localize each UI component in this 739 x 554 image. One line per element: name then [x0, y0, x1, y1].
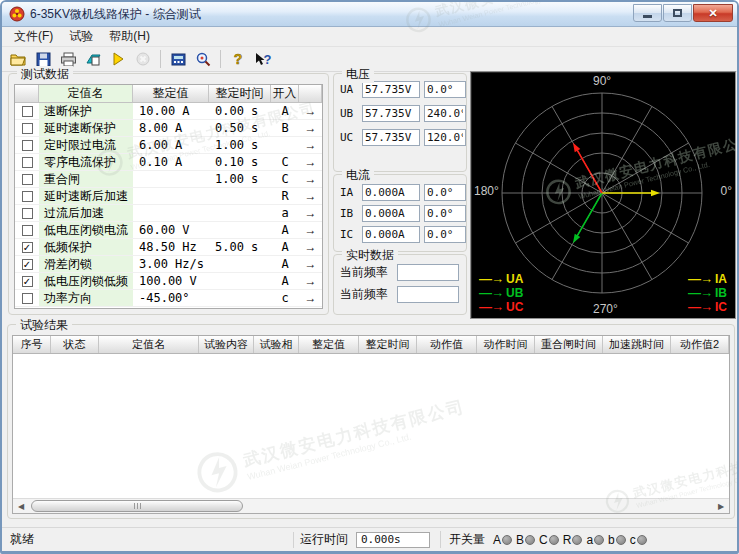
settings-book-button[interactable] — [81, 48, 105, 70]
start-test-button[interactable] — [106, 48, 130, 70]
row-checkbox[interactable] — [22, 208, 33, 219]
ua-value-field[interactable] — [362, 81, 420, 98]
setting-value — [133, 205, 209, 221]
close-button[interactable]: ✕ — [693, 4, 733, 22]
ia-arrow-icon: —→ — [688, 272, 712, 286]
input-phase — [271, 137, 299, 153]
setting-value — [133, 188, 209, 204]
row-checkbox[interactable]: ✓ — [22, 242, 33, 253]
test-data-row: ✓低频保护48.50 Hz5.00 sA→ — [15, 239, 322, 256]
instrument-button[interactable] — [166, 48, 190, 70]
row-checkbox[interactable] — [22, 106, 33, 117]
switch-indicator: A — [493, 533, 512, 547]
help-button[interactable]: ? — [226, 48, 250, 70]
setting-name: 滑差闭锁 — [39, 256, 133, 272]
row-action-arrow-icon[interactable]: → — [299, 290, 322, 306]
voltage-group: 电压 UA UB UC — [333, 73, 467, 172]
statusbar-separator — [293, 532, 294, 548]
stop-icon — [136, 52, 150, 66]
setting-time: 0.00 s — [209, 103, 271, 119]
results-table: 序号 状态 定值名 试验内容 试验相 整定值 整定时间 动作值 动作时间 重合闸… — [12, 335, 730, 514]
switch-indicator: B — [516, 533, 535, 547]
setting-time — [209, 290, 271, 306]
ic-angle-field[interactable] — [424, 226, 466, 243]
setting-value — [133, 171, 209, 187]
row-checkbox[interactable] — [22, 225, 33, 236]
row-checkbox[interactable] — [22, 140, 33, 151]
ic-label: IC — [340, 228, 358, 241]
ic-arrow-icon: —→ — [688, 300, 712, 314]
maximize-button[interactable] — [663, 4, 692, 22]
ia-value-field[interactable] — [362, 184, 420, 201]
row-checkbox[interactable] — [22, 123, 33, 134]
switch-label: 开关量 — [449, 531, 485, 548]
row-checkbox[interactable] — [22, 157, 33, 168]
ua-angle-field[interactable] — [424, 81, 466, 98]
row-action-arrow-icon[interactable]: → — [299, 256, 322, 272]
uc-arrow-icon: —→ — [479, 300, 503, 314]
context-help-button[interactable]: ? — [251, 48, 275, 70]
col-set-time: 整定时间 — [359, 336, 417, 353]
row-checkbox[interactable]: ✓ — [22, 259, 33, 270]
current-frequency-label: 当前频率 — [340, 264, 392, 281]
toolbar-separator — [220, 50, 221, 68]
legend-ib: —→IB — [688, 286, 727, 300]
horizontal-scrollbar[interactable]: ◀ ▶ — [13, 498, 729, 513]
switch-dot-icon — [572, 535, 582, 545]
header-setting-time: 整定时间 — [209, 85, 271, 102]
setting-time: 5.00 s — [209, 239, 271, 255]
col-accel-time: 加速跳时间 — [603, 336, 671, 353]
test-data-group: 测试数据 定值名 整定值 整定时间 开入 速断保护10.00 A0.00 sA→… — [8, 73, 329, 315]
legend-ub: —→UB — [479, 286, 523, 300]
current-frequency-field-1[interactable] — [397, 264, 459, 281]
ic-value-field[interactable] — [362, 226, 420, 243]
row-action-arrow-icon[interactable]: → — [299, 137, 322, 153]
row-action-arrow-icon[interactable]: → — [299, 120, 322, 136]
row-action-arrow-icon[interactable]: → — [299, 188, 322, 204]
test-data-row: 低电压闭锁电流60.00 VA→ — [15, 222, 322, 239]
ia-angle-field[interactable] — [424, 184, 466, 201]
row-action-arrow-icon[interactable]: → — [299, 273, 322, 289]
ua-label: UA — [340, 83, 358, 96]
menu-help[interactable]: 帮助(H) — [101, 26, 158, 47]
play-icon — [112, 52, 125, 66]
input-phase: A — [271, 256, 299, 272]
ib-value-field[interactable] — [362, 205, 420, 222]
uc-value-field[interactable] — [362, 129, 420, 146]
col-phase: 试验相 — [254, 336, 299, 353]
current-frequency-field-2[interactable] — [397, 286, 459, 303]
setting-name: 重合闸 — [39, 171, 133, 187]
switch-dot-icon — [637, 535, 647, 545]
uc-angle-field[interactable] — [424, 129, 466, 146]
row-checkbox[interactable] — [22, 293, 33, 304]
row-action-arrow-icon[interactable]: → — [299, 205, 322, 221]
setting-time: 1.00 s — [209, 137, 271, 153]
row-action-arrow-icon[interactable]: → — [299, 222, 322, 238]
stop-test-button — [131, 48, 155, 70]
row-checkbox[interactable] — [22, 191, 33, 202]
scroll-left-arrow-icon[interactable]: ◀ — [14, 500, 28, 513]
results-group: 试验结果 序号 状态 定值名 试验内容 试验相 整定值 整定时间 动作值 动作时… — [7, 324, 735, 519]
zoom-button[interactable] — [191, 48, 215, 70]
scroll-right-arrow-icon[interactable]: ▶ — [714, 500, 728, 513]
input-phase: B — [271, 120, 299, 136]
row-checkbox[interactable]: ✓ — [22, 276, 33, 287]
row-action-arrow-icon[interactable]: → — [299, 154, 322, 170]
row-action-arrow-icon[interactable]: → — [299, 103, 322, 119]
setting-name: 延时速断后加速 — [39, 188, 133, 204]
ub-angle-field[interactable] — [424, 105, 466, 122]
row-action-arrow-icon[interactable]: → — [299, 171, 322, 187]
row-action-arrow-icon[interactable]: → — [299, 239, 322, 255]
col-set-value: 整定值 — [299, 336, 359, 353]
app-icon — [9, 6, 25, 22]
scrollbar-thumb[interactable] — [31, 500, 243, 512]
header-input: 开入 — [271, 85, 299, 102]
menu-file[interactable]: 文件(F) — [6, 26, 61, 47]
ib-angle-field[interactable] — [424, 205, 466, 222]
row-checkbox[interactable] — [22, 174, 33, 185]
ub-value-field[interactable] — [362, 105, 420, 122]
current-group: 电流 IA IB IC — [333, 174, 467, 252]
menu-test[interactable]: 试验 — [61, 26, 101, 47]
minimize-button[interactable] — [633, 4, 662, 22]
axis-label-270: 270° — [593, 302, 618, 316]
